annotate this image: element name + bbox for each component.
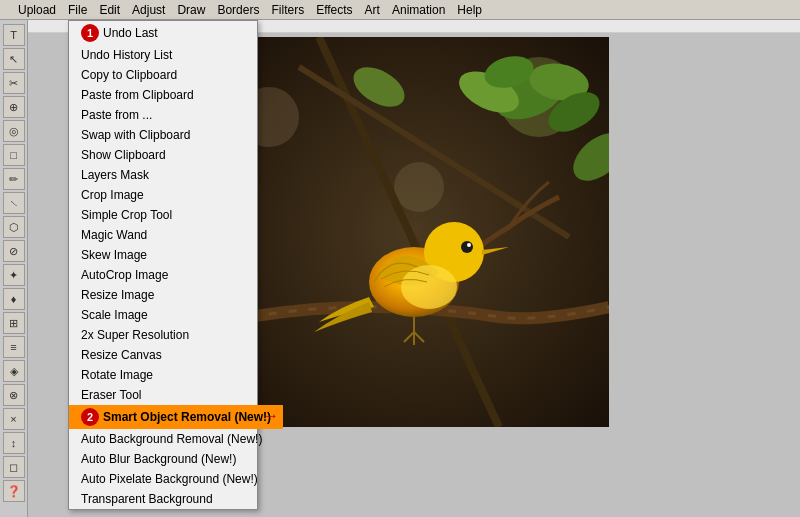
menu-item-borders[interactable]: Borders: [211, 1, 265, 19]
menu-item-auto-blur-bg[interactable]: Auto Blur Background (New!): [69, 449, 257, 469]
menu-items: UploadFileEditAdjustDrawBordersFiltersEf…: [12, 1, 488, 19]
layers-tool[interactable]: ≡: [3, 336, 25, 358]
step-2-circle: 2: [81, 408, 99, 426]
menu-item-super-res[interactable]: 2x Super Resolution: [69, 325, 257, 345]
menu-item-crop-image[interactable]: Crop Image: [69, 185, 257, 205]
menu-item-draw[interactable]: Draw: [171, 1, 211, 19]
menu-item-undo-history[interactable]: Undo History List: [69, 45, 257, 65]
menu-item-resize-canvas[interactable]: Resize Canvas: [69, 345, 257, 365]
smudge-tool[interactable]: ⊗: [3, 384, 25, 406]
left-toolbar: T↖✂⊕◎□✏⟍⬡⊘✦♦⊞≡◈⊗×↕◻❓: [0, 20, 28, 517]
eraser-icon[interactable]: ⊘: [3, 240, 25, 262]
menu-item-copy-clipboard[interactable]: Copy to Clipboard: [69, 65, 257, 85]
menu-item-auto-pixelate-bg[interactable]: Auto Pixelate Background (New!): [69, 469, 270, 489]
menu-item-paste-clipboard[interactable]: Paste from Clipboard: [69, 85, 257, 105]
crop-tool[interactable]: ✂: [3, 72, 25, 94]
arrow-annotation: →: [263, 407, 279, 425]
menu-item-edit[interactable]: Edit: [93, 1, 126, 19]
menu-item-effects[interactable]: Effects: [310, 1, 358, 19]
star-tool[interactable]: ✦: [3, 264, 25, 286]
bird-image: [219, 37, 609, 427]
svg-point-21: [401, 265, 457, 309]
main-layout: T↖✂⊕◎□✏⟍⬡⊘✦♦⊞≡◈⊗×↕◻❓: [0, 20, 800, 517]
menu-item-eraser-tool[interactable]: Eraser Tool: [69, 385, 257, 405]
menu-item-filters[interactable]: Filters: [265, 1, 310, 19]
menu-item-upload[interactable]: Upload: [12, 1, 62, 19]
menu-item-skew-image[interactable]: Skew Image: [69, 245, 257, 265]
menu-item-help[interactable]: Help: [451, 1, 488, 19]
menu-item-auto-bg-removal[interactable]: Auto Background Removal (New!): [69, 429, 274, 449]
line-tool[interactable]: ⟍: [3, 192, 25, 214]
svg-point-15: [461, 241, 473, 253]
menu-item-animation[interactable]: Animation: [386, 1, 451, 19]
menu-item-resize-image[interactable]: Resize Image: [69, 285, 257, 305]
help-tool[interactable]: ❓: [3, 480, 25, 502]
pencil-tool[interactable]: ✏: [3, 168, 25, 190]
circle-tool[interactable]: ◎: [3, 120, 25, 142]
menu-item-smart-object-removal[interactable]: 2Smart Object Removal (New!)→: [69, 405, 283, 429]
menu-item-magic-wand[interactable]: Magic Wand: [69, 225, 257, 245]
text-tool[interactable]: T: [3, 24, 25, 46]
box-tool[interactable]: ◻: [3, 456, 25, 478]
menu-item-swap-clipboard[interactable]: Swap with Clipboard: [69, 125, 257, 145]
flip-tool[interactable]: ↕: [3, 432, 25, 454]
menu-item-scale-image[interactable]: Scale Image: [69, 305, 257, 325]
dropdown-menu: 1Undo LastUndo History ListCopy to Clipb…: [68, 20, 258, 510]
menu-item-transparent-bg[interactable]: Transparent Background: [69, 489, 257, 509]
grid-tool[interactable]: ⊞: [3, 312, 25, 334]
menu-item-autocrop[interactable]: AutoCrop Image: [69, 265, 257, 285]
menu-item-simple-crop[interactable]: Simple Crop Tool: [69, 205, 257, 225]
diamond-tool[interactable]: ♦: [3, 288, 25, 310]
menu-item-rotate-image[interactable]: Rotate Image: [69, 365, 257, 385]
svg-point-16: [467, 243, 471, 247]
close-tool[interactable]: ×: [3, 408, 25, 430]
svg-point-3: [394, 162, 444, 212]
menu-bar: UploadFileEditAdjustDrawBordersFiltersEf…: [0, 0, 800, 20]
menu-item-art[interactable]: Art: [359, 1, 386, 19]
menu-item-layers-mask[interactable]: Layers Mask: [69, 165, 257, 185]
step-1-circle: 1: [81, 24, 99, 42]
menu-item-show-clipboard[interactable]: Show Clipboard: [69, 145, 257, 165]
zoom-tool[interactable]: ⊕: [3, 96, 25, 118]
menu-item-paste-from[interactable]: Paste from ...: [69, 105, 257, 125]
rect-tool[interactable]: □: [3, 144, 25, 166]
menu-item-adjust[interactable]: Adjust: [126, 1, 171, 19]
menu-item-undo-last[interactable]: 1Undo Last: [69, 21, 257, 45]
clone-tool[interactable]: ◈: [3, 360, 25, 382]
select-tool[interactable]: ↖: [3, 48, 25, 70]
shape-tool[interactable]: ⬡: [3, 216, 25, 238]
menu-item-file[interactable]: File: [62, 1, 93, 19]
